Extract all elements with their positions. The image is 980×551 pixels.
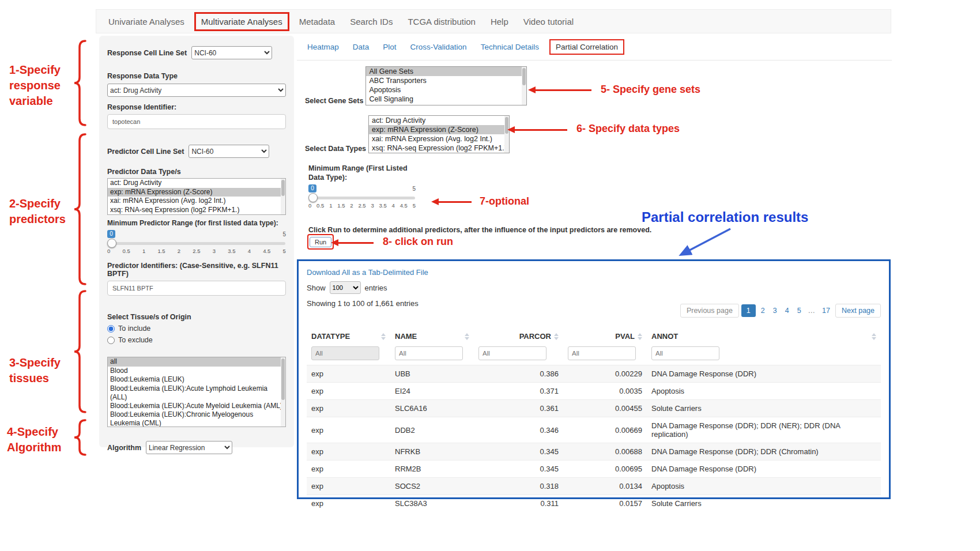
scrollbar[interactable] (504, 116, 509, 153)
nav-item-univariate-analyses[interactable]: Univariate Analyses (101, 17, 192, 27)
tab-cross-validation[interactable]: Cross-Validation (404, 39, 474, 55)
listbox-option-selected[interactable]: all (108, 357, 285, 367)
tab-plot[interactable]: Plot (376, 39, 403, 55)
listbox-option[interactable]: xsq: RNA-seq Expression (log2 FPKM+1.) (369, 144, 509, 153)
listbox-option[interactable]: Apoptosis (366, 85, 526, 95)
filter-input-name[interactable] (395, 346, 463, 360)
tick-label: 1 (142, 248, 145, 254)
listbox-option-selected[interactable]: All Gene Sets (366, 67, 526, 76)
tab-heatmap[interactable]: Heatmap (300, 39, 346, 55)
previous-page-button[interactable]: Previous page (680, 304, 739, 318)
sort-icon (381, 333, 386, 340)
listbox-option[interactable]: Cell Signaling (366, 95, 526, 104)
column-header-name[interactable]: NAME (390, 330, 474, 345)
tab-technical-details[interactable]: Technical Details (474, 39, 546, 55)
table-row: expSLC38A30.3110.0157Solute Carriers (307, 495, 881, 512)
table-row: expUBB0.3860.00229DNA Damage Response (D… (307, 365, 881, 383)
scrollbar-thumb[interactable] (522, 68, 526, 85)
column-header-datatype[interactable]: DATATYPE (307, 330, 390, 345)
table-row: expEI240.3710.0035Apoptosis (307, 383, 881, 400)
column-header-annot[interactable]: ANNOT (647, 330, 881, 345)
scrollbar-thumb[interactable] (281, 358, 285, 400)
listbox-option[interactable]: Blood:Leukemia (LEUK):Chronic Myelogenou… (108, 410, 285, 428)
page-button-1[interactable]: 1 (741, 304, 756, 317)
tab-data[interactable]: Data (346, 39, 376, 55)
page-button-4[interactable]: 4 (782, 304, 792, 317)
page-button-5[interactable]: 5 (794, 304, 804, 317)
slider-value-badge: 0 (308, 184, 316, 193)
listbox-option-selected[interactable]: exp: mRNA Expression (Z-Score) (108, 188, 285, 197)
filter-input-parcor[interactable] (478, 346, 546, 360)
listbox-option[interactable]: xsq: RNA-seq Expression (log2 FPKM+1.) (108, 206, 285, 215)
scrollbar[interactable] (281, 357, 285, 427)
slider-value-badge: 0 (107, 230, 115, 238)
tick-label: 1 (329, 202, 332, 209)
tick-label: 3.5 (228, 248, 235, 254)
listbox-option[interactable]: act: Drug Activity (108, 179, 285, 188)
scrollbar[interactable] (281, 179, 285, 214)
tick-label: 0.5 (123, 248, 130, 254)
scrollbar-thumb[interactable] (281, 180, 285, 196)
nav-item-metadata[interactable]: Metadata (292, 17, 343, 27)
slider-handle[interactable] (308, 193, 318, 202)
tab-partial-correlation[interactable]: Partial Correlation (549, 39, 624, 55)
listbox-option[interactable]: Blood (108, 367, 285, 376)
slider-track[interactable] (309, 197, 415, 199)
slider-handle[interactable] (107, 239, 116, 248)
tissue-include-label: To include (118, 324, 150, 333)
next-page-button[interactable]: Next page (835, 304, 881, 318)
tick-label: 4 (248, 248, 251, 254)
pagination: Previous page 1 2 3 4 5 … 17 Next page (680, 304, 881, 318)
tissue-include-radio[interactable] (107, 325, 115, 333)
page-button-3[interactable]: 3 (770, 304, 780, 317)
response-identifier-input[interactable] (107, 114, 286, 129)
tick-label: 3.5 (379, 202, 387, 209)
column-header-parcor[interactable]: PARCOR (474, 330, 563, 345)
nav-item-help[interactable]: Help (483, 17, 516, 27)
response-cell-line-set-label: Response Cell Line Set (107, 49, 187, 57)
run-button[interactable]: Run (310, 237, 331, 247)
response-identifier-label: Response Identifier: (107, 103, 286, 111)
filter-input-pval[interactable] (568, 346, 636, 360)
tick-label: 1.5 (157, 248, 165, 254)
show-entries-select[interactable]: 100 (330, 281, 361, 294)
sidebar-panel: Response Cell Line Set NCI-60 Response D… (99, 36, 294, 447)
nav-item-multivariate-analyses[interactable]: Multivariate Analyses (194, 12, 289, 31)
page-button-17[interactable]: 17 (819, 304, 833, 317)
nav-item-search-ids[interactable]: Search IDs (342, 17, 400, 27)
listbox-option[interactable]: xai: mRNA Expression (Avg. log2 Int.) (369, 134, 509, 144)
listbox-option[interactable]: Blood:Leukemia (LEUK):Acute Lymphoid Leu… (108, 384, 285, 402)
column-header-pval[interactable]: PVAL (563, 330, 647, 345)
data-types-listbox: act: Drug Activity exp: mRNA Expression … (368, 115, 510, 153)
annotation-step3: 3-Specify tissues (9, 355, 61, 386)
response-cell-line-set-select[interactable]: NCI-60 (191, 46, 272, 59)
annotation-step6: 6- Specify data types (576, 123, 680, 135)
listbox-option-selected[interactable]: exp: mRNA Expression (Z-Score) (369, 125, 509, 134)
annotation-step8: 8- click on run (383, 236, 453, 248)
slider-max-label: 5 (412, 186, 416, 192)
predictor-identifiers-input[interactable] (107, 281, 286, 296)
algorithm-select[interactable]: Linear Regression (146, 441, 232, 454)
annotation-step4: 4-Specify Algorithm (7, 424, 61, 455)
nav-item-video-tutorial[interactable]: Video tutorial (516, 17, 581, 27)
response-data-type-select[interactable]: act: Drug Activity (107, 84, 286, 97)
partial-correlation-results-panel: Download All as a Tab-Delimited File Sho… (297, 259, 891, 499)
gene-sets-label: Select Gene Sets (305, 97, 363, 105)
listbox-option[interactable]: xai: mRNA Expression (Avg. log2 Int.) (108, 197, 285, 206)
nav-item-tcga-distribution[interactable]: TCGA distribution (400, 17, 483, 27)
predictor-cell-line-set-select[interactable]: NCI-60 (189, 145, 269, 158)
annotation-step3-line: tissues (9, 371, 61, 386)
listbox-option[interactable]: act: Drug Activity (369, 116, 509, 125)
filter-input-datatype[interactable] (311, 346, 379, 360)
tissue-exclude-radio[interactable] (107, 337, 115, 344)
filter-input-annot[interactable] (651, 346, 719, 360)
page-button-2[interactable]: 2 (758, 304, 768, 317)
listbox-option[interactable]: ABC Transporters (366, 76, 526, 85)
scrollbar[interactable] (522, 67, 526, 105)
listbox-option[interactable]: Blood:Leukemia (LEUK):Acute Myeloid Leuk… (108, 402, 285, 410)
slider-ticks: 00.511.522.533.544.55 (308, 202, 416, 209)
slider-track[interactable] (108, 242, 285, 245)
listbox-option[interactable]: Blood:Leukemia (LEUK) (108, 375, 285, 384)
show-entries-prefix: Show (307, 284, 326, 292)
download-link[interactable]: Download All as a Tab-Delimited File (307, 268, 428, 277)
